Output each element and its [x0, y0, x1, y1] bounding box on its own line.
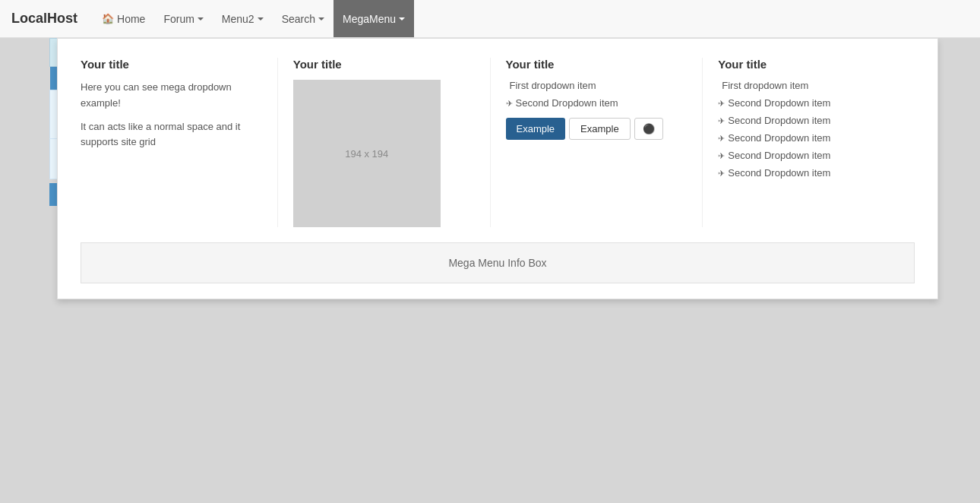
mega-menu-top: Your title Here you can see mega dropdow…: [81, 58, 915, 206]
nav-megamenu-label: MegaMenu: [343, 13, 396, 25]
search-caret-icon: [318, 17, 324, 21]
megamenu-caret-icon: [399, 17, 405, 21]
nav-forum-label: Forum: [163, 13, 194, 25]
mega-col-4-title: Your title: [718, 58, 899, 71]
rocket-icon-2: [718, 97, 728, 109]
nav-menu2[interactable]: Menu2: [213, 0, 273, 37]
mega-col-4-link-1: First dropdown item: [718, 80, 899, 91]
mega-col-1: Your title Here you can see mega dropdow…: [81, 58, 278, 206]
nav-megamenu[interactable]: MegaMenu: [334, 0, 414, 37]
circle-icon: ⚫: [643, 123, 655, 134]
mega-col-1-text1: Here you can see mega dropdown example!: [81, 80, 262, 112]
mega-col-1-title: Your title: [81, 58, 262, 71]
rocket-icon-5: [718, 150, 728, 161]
mega-col-3-links: First dropdown item Second Dropdown item: [506, 80, 688, 109]
mega-col-4-link-2: Second Dropdown item: [718, 97, 899, 109]
example-primary-button[interactable]: Example: [506, 118, 566, 140]
home-icon: 🏠: [102, 13, 114, 24]
menu2-caret-icon: [258, 17, 264, 21]
mega-col-3-link-1-anchor[interactable]: First dropdown item: [510, 80, 596, 91]
mega-col-4-links: First dropdown item Second Dropdown item…: [718, 80, 899, 179]
mega-col-3-link-1: First dropdown item: [506, 80, 688, 91]
nav-search[interactable]: Search: [273, 0, 334, 37]
mega-col-4-link-1-anchor[interactable]: First dropdown item: [722, 80, 808, 91]
rocket-icon-6: [718, 167, 728, 179]
example-default-button[interactable]: Example: [569, 118, 631, 140]
mega-image-placeholder: 194 x 194: [293, 80, 441, 206]
example-icon-button[interactable]: ⚫: [634, 118, 663, 140]
nav-menu2-label: Menu2: [222, 13, 254, 25]
navbar: LocalHost 🏠 Home Forum Menu2 Search Mega…: [0, 0, 980, 38]
mega-col-4-link-4: Second Dropdown item: [718, 132, 899, 144]
nav-forum[interactable]: Forum: [154, 0, 212, 37]
rocket-icon-3: [718, 115, 728, 126]
mega-col-4-link-5: Second Dropdown item: [718, 150, 899, 161]
mega-col-1-text: Here you can see mega dropdown example! …: [81, 80, 262, 150]
mega-col-1-text2: It can acts like a normal space and it s…: [81, 119, 262, 151]
mega-col-3-link-2-anchor[interactable]: Second Dropdown item: [516, 97, 618, 109]
nav-items: 🏠 Home Forum Menu2 Search MegaMenu: [93, 0, 414, 37]
mega-col-3-link-2: Second Dropdown item: [506, 97, 688, 109]
brand-link[interactable]: LocalHost: [11, 11, 77, 27]
mega-col-3-title: Your title: [506, 58, 688, 71]
mega-buttons: Example Example ⚫: [506, 118, 688, 140]
nav-home-label: Home: [117, 13, 145, 25]
mega-menu-dropdown: Your title Here you can see mega dropdow…: [57, 38, 938, 206]
mega-col-4: Your title First dropdown item Second Dr…: [703, 58, 915, 206]
mega-col-2-title: Your title: [293, 58, 475, 71]
mega-col-4-link-3: Second Dropdown item: [718, 115, 899, 126]
rocket-icon-4: [718, 132, 728, 144]
nav-home[interactable]: 🏠 Home: [93, 0, 154, 37]
rocket-icon: [506, 97, 516, 109]
nav-search-label: Search: [282, 13, 315, 25]
mega-col-4-link-6: Second Dropdown item: [718, 167, 899, 179]
mega-col-2: Your title 194 x 194: [278, 58, 491, 206]
mega-col-3: Your title First dropdown item Second Dr…: [491, 58, 703, 206]
forum-caret-icon: [198, 17, 204, 21]
